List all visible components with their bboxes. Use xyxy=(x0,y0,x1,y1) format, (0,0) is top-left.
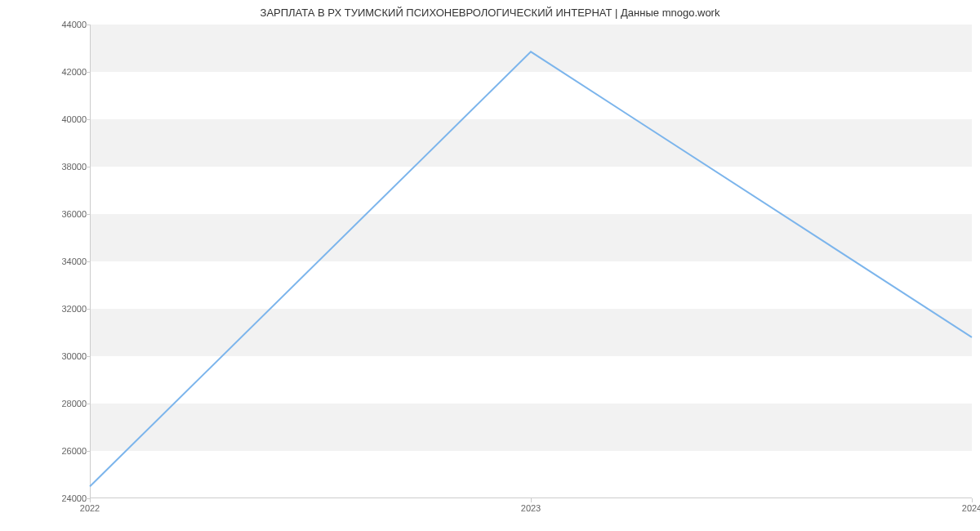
y-axis-tick-label: 34000 xyxy=(46,257,87,266)
y-axis-tick-label: 38000 xyxy=(46,162,87,172)
y-axis-tick-mark xyxy=(86,261,90,262)
y-axis-tick-label: 26000 xyxy=(46,446,87,456)
y-axis-tick-label: 28000 xyxy=(46,399,87,408)
x-axis-tick-mark xyxy=(972,498,973,502)
y-axis-tick-label: 42000 xyxy=(46,67,87,77)
y-axis-tick-label: 40000 xyxy=(46,114,87,124)
y-axis-tick-mark xyxy=(86,309,90,310)
y-axis-tick-mark xyxy=(86,167,90,167)
chart-line-svg xyxy=(90,25,972,498)
y-axis-tick-mark xyxy=(86,72,90,73)
y-axis-tick-mark xyxy=(86,356,90,357)
y-axis-tick-label: 44000 xyxy=(46,20,87,29)
y-axis-tick-mark xyxy=(86,214,90,215)
y-axis-tick-label: 36000 xyxy=(46,209,87,219)
x-axis-tick-mark xyxy=(531,498,532,502)
chart-title: ЗАРПЛАТА В РХ ТУИМСКИЙ ПСИХОНЕВРОЛОГИЧЕС… xyxy=(0,7,980,19)
y-axis-tick-mark xyxy=(86,404,90,404)
y-axis-tick-label: 24000 xyxy=(46,493,87,503)
data-line xyxy=(90,51,972,486)
chart-container: ЗАРПЛАТА В РХ ТУИМСКИЙ ПСИХОНЕВРОЛОГИЧЕС… xyxy=(0,0,980,531)
x-axis-tick-label: 2024 xyxy=(962,503,980,513)
y-axis-tick-mark xyxy=(86,25,90,25)
x-axis-tick-mark xyxy=(90,498,91,502)
y-axis-tick-label: 32000 xyxy=(46,304,87,314)
y-axis-tick-mark xyxy=(86,451,90,452)
x-axis-tick-label: 2022 xyxy=(80,503,100,513)
y-axis-tick-label: 30000 xyxy=(46,351,87,361)
x-axis-tick-label: 2023 xyxy=(521,503,541,513)
y-axis-tick-mark xyxy=(86,119,90,120)
